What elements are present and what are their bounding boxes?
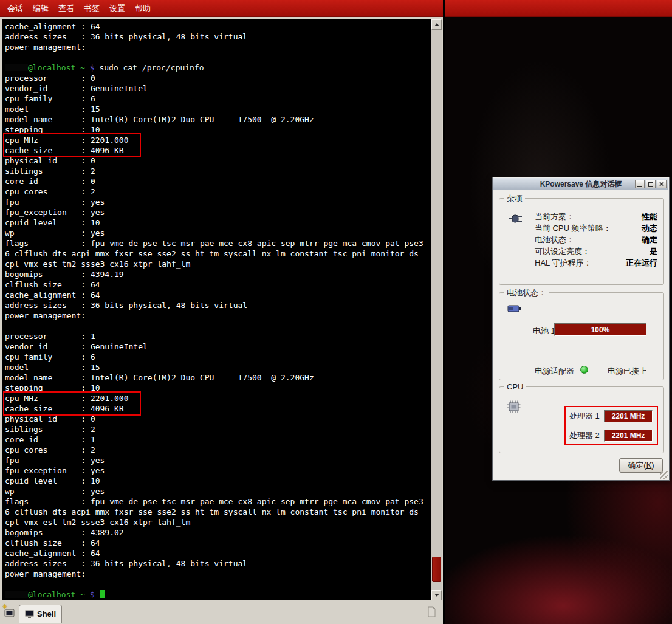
terminal-line: cpu family : 6 [5, 94, 431, 104]
terminal-line: cpu MHz : 2201.000 [5, 135, 431, 145]
battery-label: 电池 1 [533, 326, 555, 337]
ok-button[interactable]: 确定(K) [619, 458, 663, 473]
terminal-line: power management: [5, 569, 431, 579]
terminal-line: flags : fpu vme de pse tsc msr pae mce c… [5, 496, 431, 507]
prompt-sigil: $ [90, 590, 95, 599]
terminal-line: cpuid level : 10 [5, 218, 431, 228]
terminal-line: bogomips : 4389.02 [5, 527, 431, 538]
terminal-line [5, 52, 431, 63]
dialog-title: KPowersave 信息对话框 [540, 179, 622, 190]
new-session-button[interactable]: ✳ [2, 605, 18, 620]
maximize-button[interactable] [646, 180, 656, 188]
terminal-line: siblings : 2 [5, 166, 431, 176]
prompt-host: @localhost ~ [28, 590, 85, 599]
misc-label: 当前方案： [535, 211, 574, 222]
terminal-line: fpu_exception : yes [5, 465, 431, 476]
terminal-line: address sizes : 36 bits physical, 48 bit… [5, 558, 431, 569]
menubar: 会话编辑查看书签设置帮助 [0, 0, 443, 17]
minimize-button[interactable] [635, 180, 645, 188]
scrollbar-down-button[interactable] [431, 590, 442, 600]
scrollbar-up-button[interactable] [431, 19, 442, 30]
menu-item-help[interactable]: 帮助 [130, 0, 156, 17]
menu-item-bookmarks[interactable]: 书签 [79, 0, 105, 17]
misc-row: 可以设定亮度：是 [535, 245, 657, 257]
cpu-icon [507, 400, 521, 416]
resize-grip[interactable] [660, 471, 668, 479]
terminal-line: model : 15 [5, 104, 431, 114]
terminal-line: vendor_id : GenuineIntel [5, 83, 431, 94]
terminal-prompt-line: @localhost ~ $ sudo cat /proc/cpuinfo [5, 63, 431, 73]
misc-group: 杂项 当前方案：性能当前 CPU 频率策略：动态电池状态：确定可以设定亮度：是H… [499, 198, 664, 285]
terminal-scrollbar[interactable] [431, 19, 442, 600]
prompt-host: @localhost ~ [28, 63, 85, 72]
cpu-frequency-bar: 2201 MHz [604, 410, 653, 422]
misc-label: 可以设定亮度： [535, 246, 590, 257]
terminal-line: cache size : 4096 KB [5, 403, 431, 414]
konsole-window: 会话编辑查看书签设置帮助 cache_alignment : 64address… [0, 0, 443, 624]
tab-shell[interactable]: Shell [19, 605, 62, 623]
terminal-line: fpu : yes [5, 197, 431, 207]
new-star-icon: ✳ [2, 603, 7, 611]
menu-item-edit[interactable]: 编辑 [28, 0, 53, 17]
terminal-line: cpu MHz : 2201.000 [5, 393, 431, 403]
terminal-line: cache size : 4096 KB [5, 145, 431, 156]
menu-item-session[interactable]: 会话 [2, 0, 28, 17]
terminal-prompt-line: @localhost ~ $ [5, 589, 431, 600]
terminal-line: flags : fpu vme de pse tsc msr pae mce c… [5, 238, 431, 249]
terminal-icon [25, 610, 34, 619]
session-menu-button[interactable] [425, 606, 439, 619]
arrow-up-icon [434, 23, 439, 26]
ok-label: 确定( [628, 461, 646, 470]
misc-row: 当前方案：性能 [535, 211, 657, 222]
terminal-line: address sizes : 36 bits physical, 48 bit… [5, 300, 431, 310]
arrow-down-icon [434, 594, 439, 597]
terminal-line: physical id : 0 [5, 414, 431, 424]
misc-label: 电池状态： [535, 235, 574, 245]
misc-row: HAL 守护程序：正在运行 [535, 257, 657, 269]
terminal-line: cache_alignment : 64 [5, 290, 431, 300]
adapter-label: 电源适配器 [535, 366, 574, 377]
misc-rows: 当前方案：性能当前 CPU 频率策略：动态电池状态：确定可以设定亮度：是HAL … [535, 211, 657, 269]
terminal-line: clflush size : 64 [5, 538, 431, 548]
menu-item-settings[interactable]: 设置 [105, 0, 130, 17]
terminal-line: cpu cores : 2 [5, 445, 431, 455]
tab-label: Shell [37, 609, 56, 619]
terminal-line: power management: [5, 310, 431, 321]
close-button[interactable] [657, 180, 667, 188]
scrollbar-thumb[interactable] [432, 557, 441, 582]
misc-value: 性能 [642, 211, 657, 222]
document-icon [425, 606, 437, 618]
background-window-titlebar[interactable] [445, 0, 672, 17]
battery-group: 电池状态： 电池 1 100% 电源适配器 电源已接上 [499, 292, 664, 380]
terminal-line [5, 579, 431, 589]
cpu-processor-row: 处理器 12201 MHz [569, 410, 653, 422]
terminal-line: fpu_exception : yes [5, 207, 431, 218]
battery-percent: 100% [591, 326, 610, 334]
terminal-line: model name : Intel(R) Core(TM)2 Duo CPU … [5, 114, 431, 125]
terminal-line: model name : Intel(R) Core(TM)2 Duo CPU … [5, 372, 431, 383]
terminal-screen[interactable]: cache_alignment : 64address sizes : 36 b… [2, 19, 431, 600]
terminal-line: cpu family : 6 [5, 352, 431, 362]
session-tabbar: ✳ Shell [0, 602, 443, 624]
redacted-username [5, 591, 28, 598]
misc-value: 确定 [642, 235, 657, 245]
terminal-line: cpu cores : 2 [5, 187, 431, 197]
kpowersave-dialog: KPowersave 信息对话框 杂项 当前方案：性能当前 CPU [492, 177, 670, 481]
terminal-line: cpl vmx est tm2 ssse3 cx16 xtpr lahf_lm [5, 259, 431, 269]
terminal-line: wp : yes [5, 486, 431, 496]
misc-value: 是 [650, 246, 657, 257]
terminal-line: stepping : 10 [5, 125, 431, 135]
terminal-line: wp : yes [5, 228, 431, 238]
misc-label: HAL 守护程序： [535, 258, 591, 269]
terminal-line: core id : 0 [5, 176, 431, 187]
terminal-line: stepping : 10 [5, 383, 431, 393]
prompt-sigil: $ [90, 63, 95, 72]
terminal-line: siblings : 2 [5, 424, 431, 434]
processor-label: 处理器 1 [569, 411, 604, 422]
terminal-line: model : 15 [5, 362, 431, 372]
terminal-line: processor : 1 [5, 331, 431, 341]
dialog-titlebar[interactable]: KPowersave 信息对话框 [493, 178, 668, 190]
close-icon [659, 182, 664, 187]
menu-item-view[interactable]: 查看 [53, 0, 79, 17]
terminal-line: address sizes : 36 bits physical, 48 bit… [5, 32, 431, 42]
